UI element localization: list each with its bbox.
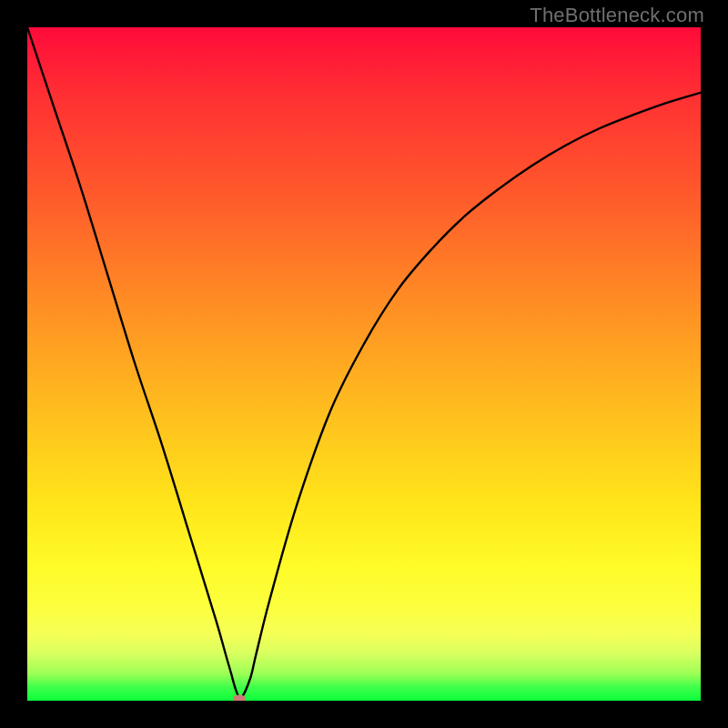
- plot-area: [27, 27, 701, 701]
- bottleneck-curve: [27, 27, 701, 698]
- watermark-text: TheBottleneck.com: [530, 4, 704, 27]
- chart-svg: [27, 27, 701, 701]
- chart-frame: TheBottleneck.com: [0, 0, 728, 728]
